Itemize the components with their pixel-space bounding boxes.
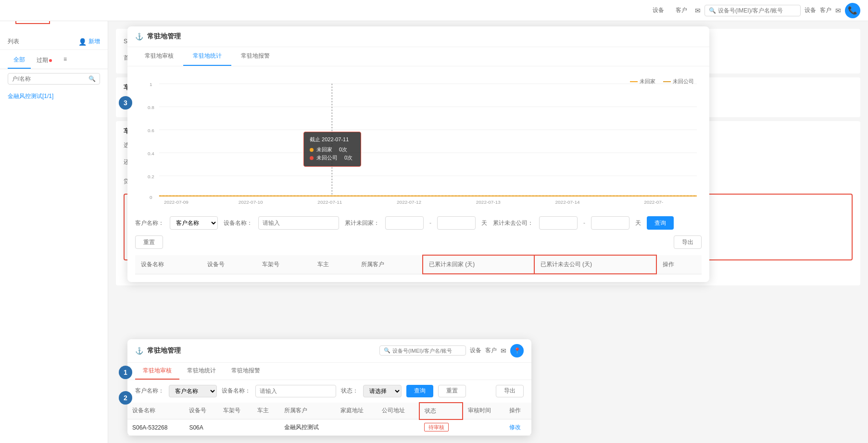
modal1-tab-statistics[interactable]: 常驻地统计 — [179, 363, 224, 380]
modal1-search-input[interactable] — [392, 348, 462, 354]
modal2-body: 未回家 未回公司 1 0.8 0.6 0.4 0.2 0 — [127, 66, 709, 282]
m1-col-device: 设备名称 — [127, 403, 184, 419]
header-customer-btn[interactable]: 客户 — [672, 6, 691, 14]
header-search-input[interactable] — [718, 7, 796, 14]
m1-query-button[interactable]: 查询 — [406, 385, 433, 397]
modal1-anchor-icon: ⚓ — [135, 347, 143, 355]
modal2-tabs: 常驻地审核 常驻地统计 常驻地报警 — [127, 47, 709, 66]
sidebar-tabs: 全部 过期 ≡ — [0, 52, 108, 69]
col-owner: 车主 — [312, 255, 356, 274]
not-home-from[interactable] — [385, 216, 424, 230]
search-input[interactable] — [12, 75, 88, 82]
header-device-label[interactable]: 设备 — [805, 6, 816, 14]
phone-icon[interactable]: 📞 — [845, 3, 860, 18]
modal1-tabs: 常驻地审核 常驻地统计 常驻地报警 — [127, 363, 531, 380]
modal1-device-label[interactable]: 设备 — [470, 346, 481, 355]
device-input[interactable] — [258, 216, 339, 230]
header-device-btn[interactable]: 设备 — [649, 6, 668, 14]
col-action: 操作 — [656, 255, 702, 274]
modal2-header: ⚓ 常驻地管理 — [127, 26, 709, 47]
sidebar-search[interactable]: 🔍 — [8, 73, 100, 85]
modal2-tab-statistics[interactable]: 常驻地统计 — [183, 47, 231, 66]
tooltip-date: 截止 2022-07-11 — [310, 136, 355, 143]
reset-button[interactable]: 重置 — [135, 235, 163, 249]
not-company-from[interactable] — [539, 216, 578, 230]
header-mail-icon2[interactable]: ✉ — [835, 7, 841, 14]
m1-export-button[interactable]: 导出 — [496, 385, 524, 397]
day-label1: 天 — [481, 219, 487, 227]
modal2-table: 设备名称 设备号 车架号 车主 所属客户 已累计未回家 (天) 已累计未去公司 … — [135, 255, 702, 274]
modal2-tab-alert[interactable]: 常驻地报警 — [231, 47, 279, 66]
svg-text:2022-07-09: 2022-07-09 — [164, 199, 189, 205]
search-icon-header: 🔍 — [709, 7, 716, 14]
search-icon-modal1: 🔍 — [384, 347, 390, 354]
svg-text:1: 1 — [150, 82, 152, 87]
query-button[interactable]: 查询 — [647, 216, 674, 230]
not-company-to[interactable] — [591, 216, 629, 230]
tooltip-home: 未回家 0次 — [310, 146, 355, 153]
modal2-title: 常驻地管理 — [147, 32, 181, 41]
modal1-search[interactable]: 🔍 — [379, 345, 466, 356]
m1-row-status: 待审核 — [419, 419, 463, 436]
chart-tooltip: 截止 2022-07-11 未回家 0次 未回公司 0次 — [303, 132, 361, 167]
m1-device-input[interactable] — [255, 385, 336, 397]
m1-device-label: 设备名称： — [222, 387, 251, 395]
header-mail-icon[interactable]: ✉ — [695, 7, 701, 14]
modal1-tab-alert[interactable]: 常驻地报警 — [224, 363, 268, 380]
m1-row-device: S06A-532268 — [127, 419, 184, 436]
m1-customer-select[interactable]: 客户名称 — [169, 385, 217, 397]
modal-audit: 1 2 ⚓ 常驻地管理 🔍 设备 客户 ✉ 📍 常驻地审核 常驻地统计 常驻地报… — [127, 339, 531, 436]
tab-all[interactable]: 全部 — [8, 52, 31, 69]
m1-row-devno: S06A — [184, 419, 218, 436]
svg-text:0.6: 0.6 — [148, 128, 154, 133]
export-button[interactable]: 导出 — [674, 235, 702, 249]
modal1-table: 设备名称 设备号 车架号 车主 所属客户 家庭地址 公司地址 状态 审核时间 操… — [127, 402, 531, 436]
badge-2: 2 — [119, 391, 132, 405]
m1-row-company — [377, 419, 419, 436]
list-label: 列表 — [8, 37, 19, 46]
tab-expired[interactable]: 过期 — [31, 52, 58, 69]
modal2-anchor-icon: ⚓ — [135, 33, 143, 40]
search-icon[interactable]: 🔍 — [88, 75, 96, 82]
modal2-tab-audit[interactable]: 常驻地审核 — [135, 47, 183, 66]
tab-filter[interactable]: ≡ — [58, 52, 73, 69]
m1-col-home: 家庭地址 — [336, 403, 377, 419]
m1-col-owner: 车主 — [252, 403, 279, 419]
not-home-to[interactable] — [437, 216, 476, 230]
m1-row-action[interactable]: 修改 — [504, 419, 531, 436]
not-company-label: 累计未去公司： — [493, 219, 533, 227]
modify-link[interactable]: 修改 — [509, 424, 521, 431]
sidebar: 我的客户 列表 👤 新增 全部 过期 ≡ 🔍 金融风控测试[1/1] — [0, 0, 108, 443]
chart-container: 未回家 未回公司 1 0.8 0.6 0.4 0.2 0 — [135, 74, 702, 209]
m1-col-vin: 车架号 — [218, 403, 252, 419]
m1-status-label: 状态： — [341, 387, 358, 395]
add-label[interactable]: 新增 — [88, 37, 100, 46]
modal1-location-icon[interactable]: 📍 — [510, 344, 524, 357]
svg-text:2022-07-13: 2022-07-13 — [476, 199, 501, 205]
modal1-tab-audit[interactable]: 常驻地审核 — [135, 363, 179, 380]
customer-select[interactable]: 客户名称 — [170, 216, 218, 230]
legend-company: 未回公司 — [663, 78, 694, 85]
col-not-company: 已累计未去公司 (天) — [534, 255, 657, 274]
modal1-title: 常驻地管理 — [147, 346, 181, 355]
svg-text:2022-07-11: 2022-07-11 — [317, 199, 342, 205]
badge-3: 3 — [119, 96, 132, 110]
user-icon: 👤 — [78, 38, 87, 46]
legend-company-line — [663, 81, 671, 82]
svg-text:2022-07-14: 2022-07-14 — [555, 199, 580, 205]
modal1-customer-label[interactable]: 客户 — [485, 346, 497, 355]
customer-item[interactable]: 金融风控测试[1/1] — [0, 88, 108, 104]
m1-status-select[interactable]: 请选择 — [363, 385, 402, 397]
modal1-filter: 客户名称： 客户名称 设备名称： 状态： 请选择 查询 重置 导出 — [127, 380, 531, 402]
m1-col-status: 状态 — [419, 403, 463, 419]
header-customer-label[interactable]: 客户 — [820, 6, 831, 14]
m1-row-vin — [218, 419, 252, 436]
m1-row-review-time — [463, 419, 504, 436]
modal1-mail-icon[interactable]: ✉ — [501, 347, 506, 355]
m1-reset-button[interactable]: 重置 — [438, 385, 466, 397]
col-not-home: 已累计未回家 (天) — [423, 255, 534, 274]
header-search-bar[interactable]: 🔍 — [704, 5, 801, 16]
svg-text:0.2: 0.2 — [148, 174, 154, 179]
m1-row-home — [336, 419, 377, 436]
range-sep2: - — [583, 220, 585, 226]
